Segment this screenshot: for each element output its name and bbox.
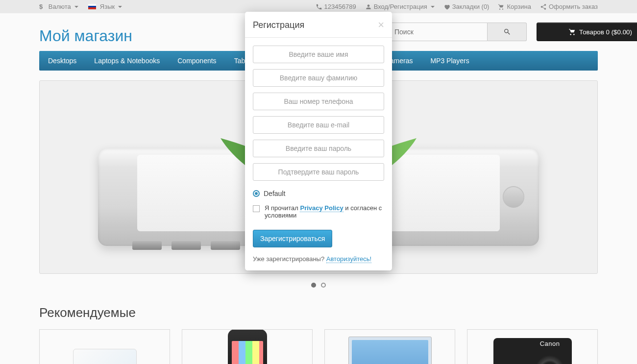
- password-field[interactable]: [253, 140, 384, 157]
- confirm-password-field[interactable]: [253, 163, 384, 181]
- already-text: Уже зарегистрированы?: [253, 255, 326, 263]
- radio-label: Default: [264, 190, 285, 197]
- firstname-field[interactable]: [253, 46, 384, 63]
- close-icon[interactable]: ×: [378, 20, 384, 30]
- lastname-field[interactable]: [253, 69, 384, 87]
- newsletter-radio[interactable]: [253, 190, 260, 197]
- agree-checkbox[interactable]: [253, 205, 260, 212]
- register-button[interactable]: Зарегистрироваться: [253, 230, 332, 247]
- register-modal: Регистрация × Default Я прочитал Privacy…: [245, 12, 392, 270]
- email-field[interactable]: [253, 116, 384, 134]
- privacy-link[interactable]: Privacy Policy: [300, 204, 343, 212]
- phone-field[interactable]: [253, 93, 384, 110]
- modal-title: Регистрация: [253, 20, 304, 30]
- login-link[interactable]: Авторизуйтесь!: [326, 255, 371, 263]
- agree-text: Я прочитал Privacy Policy и согласен с у…: [265, 204, 384, 219]
